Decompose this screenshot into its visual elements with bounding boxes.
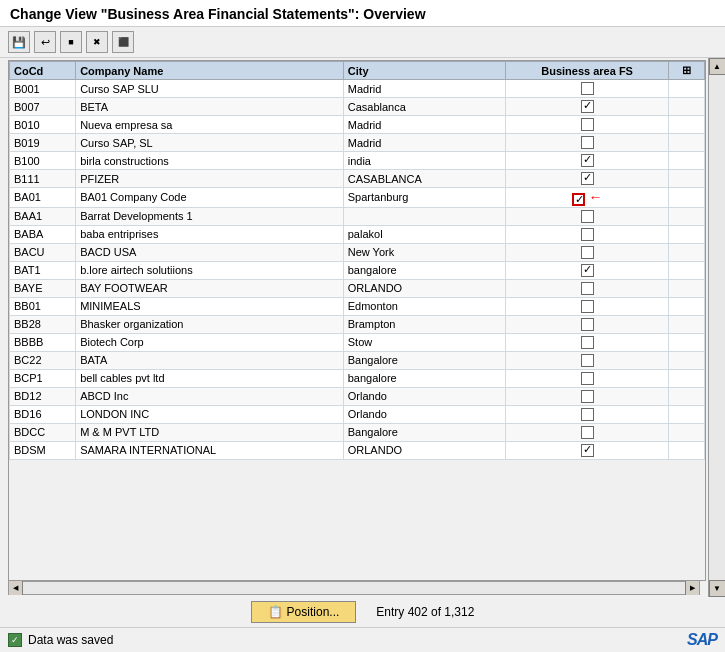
entry-info: Entry 402 of 1,312 xyxy=(376,605,474,619)
ba-fs-checkbox[interactable] xyxy=(581,300,594,313)
table-row[interactable]: BAA1Barrat Developments 1 xyxy=(10,207,705,225)
page-title: Change View "Business Area Financial Sta… xyxy=(10,6,715,22)
cell-ba-fs[interactable] xyxy=(505,261,668,279)
cell-spacer xyxy=(669,405,705,423)
scroll-track[interactable] xyxy=(709,75,725,580)
cancel-button[interactable]: ✖ xyxy=(86,31,108,53)
table-row[interactable]: BBBBBiotech CorpStow xyxy=(10,333,705,351)
cell-ba-fs[interactable] xyxy=(505,333,668,351)
ba-fs-checkbox[interactable] xyxy=(581,136,594,149)
cell-spacer xyxy=(669,243,705,261)
table-area: CoCd Company Name City Business area FS … xyxy=(0,58,708,597)
ba-fs-checkbox[interactable] xyxy=(581,154,594,167)
print-button[interactable]: ⬛ xyxy=(112,31,134,53)
ba-fs-checkbox[interactable] xyxy=(581,282,594,295)
cell-ba-fs[interactable] xyxy=(505,423,668,441)
ba-fs-checkbox[interactable] xyxy=(581,210,594,223)
cell-cocd: BAT1 xyxy=(10,261,76,279)
ba-fs-checkbox[interactable] xyxy=(581,264,594,277)
ba-fs-checkbox[interactable] xyxy=(581,228,594,241)
cell-ba-fs[interactable] xyxy=(505,80,668,98)
table-row[interactable]: BC22BATABangalore xyxy=(10,351,705,369)
cell-city: Bangalore xyxy=(343,423,505,441)
back-button[interactable]: ↩ xyxy=(34,31,56,53)
cell-ba-fs[interactable] xyxy=(505,170,668,188)
ba-fs-checkbox[interactable] xyxy=(581,172,594,185)
cell-city: bangalore xyxy=(343,369,505,387)
data-table: CoCd Company Name City Business area FS … xyxy=(9,61,705,460)
table-row[interactable]: B111PFIZERCASABLANCA xyxy=(10,170,705,188)
cell-ba-fs[interactable] xyxy=(505,116,668,134)
ba-fs-checkbox[interactable] xyxy=(581,426,594,439)
ba-fs-checkbox[interactable] xyxy=(581,444,594,457)
position-icon: 📋 xyxy=(268,605,283,619)
table-row[interactable]: BB28Bhasker organizationBrampton xyxy=(10,315,705,333)
exit-button[interactable]: ■ xyxy=(60,31,82,53)
cell-company-name: ABCD Inc xyxy=(76,387,344,405)
table-row[interactable]: BDSMSAMARA INTERNATIONALORLANDO xyxy=(10,441,705,459)
cell-spacer xyxy=(669,369,705,387)
ba-fs-checkbox[interactable] xyxy=(581,372,594,385)
save-button[interactable]: 💾 xyxy=(8,31,30,53)
data-grid[interactable]: CoCd Company Name City Business area FS … xyxy=(8,60,706,581)
cell-city: New York xyxy=(343,243,505,261)
cell-ba-fs[interactable] xyxy=(505,243,668,261)
ba-fs-checkbox[interactable] xyxy=(581,336,594,349)
table-row[interactable]: B019Curso SAP, SLMadrid xyxy=(10,134,705,152)
cell-cocd: BB28 xyxy=(10,315,76,333)
cell-ba-fs[interactable] xyxy=(505,134,668,152)
table-row[interactable]: BAT1b.lore airtech solutiionsbangalore xyxy=(10,261,705,279)
cell-ba-fs[interactable] xyxy=(505,351,668,369)
cell-ba-fs[interactable] xyxy=(505,207,668,225)
vertical-scrollbar[interactable]: ▲ ▼ xyxy=(708,58,725,597)
table-row[interactable]: BABAbaba entriprisespalakol xyxy=(10,225,705,243)
table-row[interactable]: B100birla constructionsindia xyxy=(10,152,705,170)
cell-ba-fs[interactable] xyxy=(505,387,668,405)
exit-icon: ■ xyxy=(68,37,73,47)
cell-ba-fs[interactable] xyxy=(505,441,668,459)
cell-company-name: Biotech Corp xyxy=(76,333,344,351)
table-row[interactable]: BA01BA01 Company CodeSpartanburg← xyxy=(10,188,705,208)
cell-ba-fs[interactable] xyxy=(505,152,668,170)
cell-city: bangalore xyxy=(343,261,505,279)
table-row[interactable]: BD12ABCD IncOrlando xyxy=(10,387,705,405)
table-row[interactable]: BACUBACD USANew York xyxy=(10,243,705,261)
cell-ba-fs[interactable] xyxy=(505,98,668,116)
ba-fs-checkbox[interactable] xyxy=(581,100,594,113)
table-row[interactable]: BDCCM & M PVT LTDBangalore xyxy=(10,423,705,441)
ba-fs-checkbox[interactable] xyxy=(581,318,594,331)
hscroll-right-button[interactable]: ▶ xyxy=(685,581,699,595)
cell-company-name: birla constructions xyxy=(76,152,344,170)
cell-ba-fs[interactable] xyxy=(505,297,668,315)
table-row[interactable]: BB01MINIMEALSEdmonton xyxy=(10,297,705,315)
ba-fs-checkbox[interactable] xyxy=(581,390,594,403)
cell-spacer xyxy=(669,80,705,98)
cell-ba-fs[interactable]: ← xyxy=(505,188,668,208)
hscroll-left-button[interactable]: ◀ xyxy=(9,581,23,595)
cell-ba-fs[interactable] xyxy=(505,279,668,297)
ba-fs-checkbox[interactable] xyxy=(572,193,585,206)
table-row[interactable]: B007BETACasablanca xyxy=(10,98,705,116)
ba-fs-checkbox[interactable] xyxy=(581,408,594,421)
ba-fs-checkbox[interactable] xyxy=(581,354,594,367)
table-row[interactable]: BD16LONDON INCOrlando xyxy=(10,405,705,423)
position-button[interactable]: 📋 Position... xyxy=(251,601,357,623)
scroll-down-button[interactable]: ▼ xyxy=(709,580,726,597)
cell-ba-fs[interactable] xyxy=(505,369,668,387)
ba-fs-checkbox[interactable] xyxy=(581,82,594,95)
hscroll-track[interactable] xyxy=(23,582,685,594)
cell-company-name: BAY FOOTWEAR xyxy=(76,279,344,297)
table-row[interactable]: B010Nueva empresa saMadrid xyxy=(10,116,705,134)
cell-ba-fs[interactable] xyxy=(505,225,668,243)
ba-fs-checkbox[interactable] xyxy=(581,246,594,259)
cell-cocd: B001 xyxy=(10,80,76,98)
cell-cocd: BDSM xyxy=(10,441,76,459)
horizontal-scrollbar[interactable]: ◀ ▶ xyxy=(8,581,700,595)
table-row[interactable]: BCP1bell cables pvt ltdbangalore xyxy=(10,369,705,387)
cell-ba-fs[interactable] xyxy=(505,405,668,423)
scroll-up-button[interactable]: ▲ xyxy=(709,58,726,75)
table-row[interactable]: BAYEBAY FOOTWEARORLANDO xyxy=(10,279,705,297)
table-row[interactable]: B001Curso SAP SLUMadrid xyxy=(10,80,705,98)
ba-fs-checkbox[interactable] xyxy=(581,118,594,131)
cell-ba-fs[interactable] xyxy=(505,315,668,333)
